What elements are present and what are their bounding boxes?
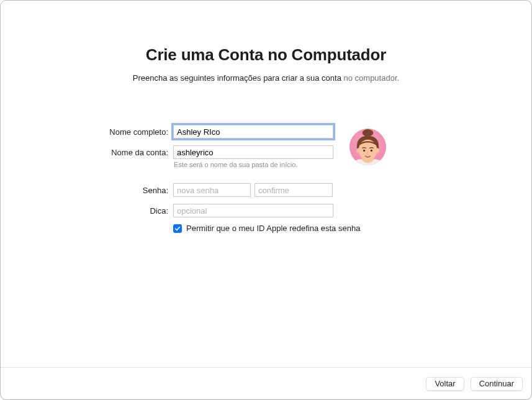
label-account-name: Nome da conta: [1,148,173,157]
back-button[interactable]: Voltar [426,377,464,391]
avatar-image [349,129,386,165]
password-new-input[interactable] [173,183,251,197]
label-password: Senha: [1,186,173,195]
hint-input[interactable] [173,204,333,217]
svg-point-4 [376,148,379,153]
page-subtitle: Preencha as seguintes informações para c… [1,73,531,83]
continue-button[interactable]: Continuar [471,377,523,391]
allow-reset-checkbox[interactable] [173,224,182,233]
row-hint: Dica: [1,202,531,219]
row-full-name: Nome completo: [1,124,531,140]
label-full-name: Nome completo: [1,127,173,137]
form: Nome completo: Nome da conta: Este será … [1,124,531,233]
svg-point-3 [356,148,360,153]
check-icon [174,225,181,232]
header: Crie uma Conta no Computador Preencha as… [1,45,531,83]
setup-window: Crie uma Conta no Computador Preencha as… [0,0,532,400]
row-allow-reset: Permitir que o meu ID Apple redefina est… [1,224,531,233]
row-account-helper: Este será o nome da sua pasta de início. [1,160,531,168]
svg-point-1 [363,129,374,137]
svg-point-6 [371,150,372,152]
row-password: Senha: [1,182,531,198]
full-name-input[interactable] [173,125,333,139]
svg-point-5 [363,150,365,152]
page-title: Crie uma Conta no Computador [1,45,531,65]
password-confirm-input[interactable] [255,183,333,197]
label-hint: Dica: [1,206,173,216]
account-name-input[interactable] [173,145,333,159]
account-name-helper: Este será o nome da sua pasta de início. [173,160,297,168]
row-account-name: Nome da conta: [1,144,531,160]
subtitle-muted: no computador. [344,73,400,83]
footer: Voltar Continuar [1,367,531,399]
avatar[interactable] [349,129,386,165]
allow-reset-label: Permitir que o meu ID Apple redefina est… [186,224,360,233]
subtitle-main: Preencha as seguintes informações para c… [133,73,344,83]
